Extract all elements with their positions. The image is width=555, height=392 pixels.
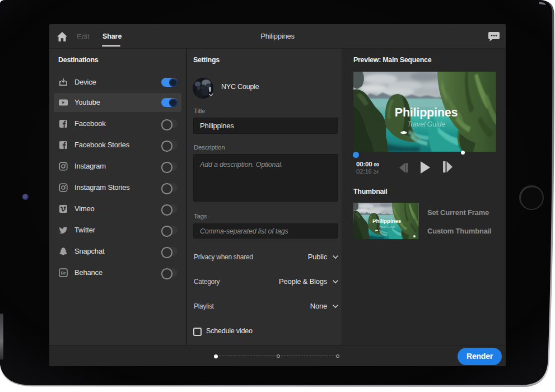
svg-text:Be: Be [60,270,66,276]
